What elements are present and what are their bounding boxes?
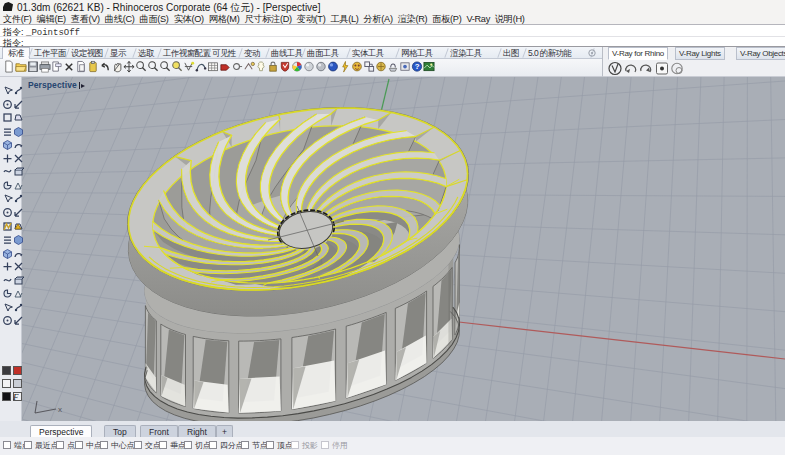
svg-text:?: ?: [415, 62, 420, 71]
svg-text:x: x: [58, 405, 62, 414]
